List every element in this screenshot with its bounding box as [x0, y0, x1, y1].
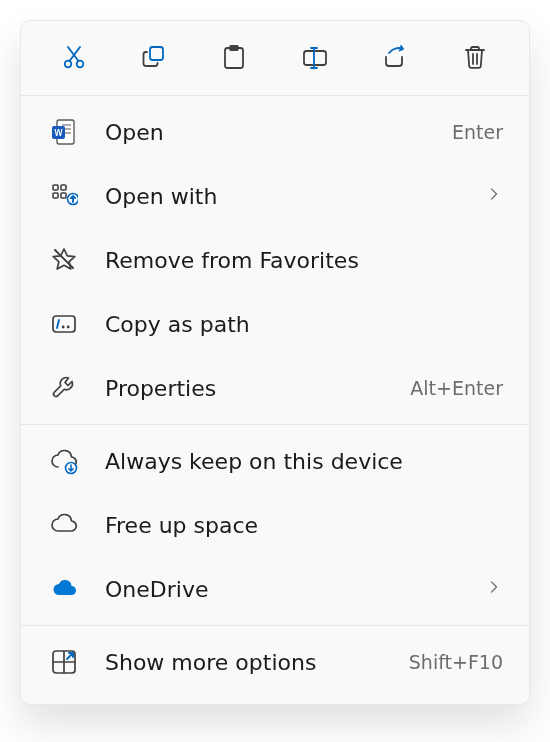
copy-path-icon — [47, 307, 81, 341]
more-options-icon — [47, 645, 81, 679]
menu-item-label: Show more options — [105, 650, 409, 675]
quick-action-toolbar — [21, 27, 529, 96]
menu-item-remove-favorite[interactable]: Remove from Favorites — [21, 228, 529, 292]
menu-item-label: Always keep on this device — [105, 449, 503, 474]
delete-button[interactable] — [451, 39, 499, 81]
cloud-icon — [47, 508, 81, 542]
menu-item-label: Remove from Favorites — [105, 248, 503, 273]
delete-icon — [461, 44, 489, 76]
share-button[interactable] — [371, 39, 419, 81]
menu-item-shortcut: Enter — [452, 121, 503, 143]
copy-button[interactable] — [131, 39, 179, 81]
share-icon — [381, 44, 409, 76]
context-menu: Open Enter Open with Remove from Favorit… — [20, 20, 530, 705]
menu-section: Open Enter Open with Remove from Favorit… — [21, 96, 529, 425]
menu-item-keep-device[interactable]: Always keep on this device — [21, 429, 529, 493]
onedrive-icon — [47, 572, 81, 606]
menu-item-label: Properties — [105, 376, 410, 401]
menu-item-label: OneDrive — [105, 577, 485, 602]
menu-item-open[interactable]: Open Enter — [21, 100, 529, 164]
menu-item-shortcut: Shift+F10 — [409, 651, 503, 673]
menu-item-shortcut: Alt+Enter — [410, 377, 503, 399]
menu-section: Show more options Shift+F10 — [21, 626, 529, 698]
menu-item-more-options[interactable]: Show more options Shift+F10 — [21, 630, 529, 694]
chevron-right-icon — [485, 578, 503, 600]
menu-item-onedrive[interactable]: OneDrive — [21, 557, 529, 621]
menu-item-label: Copy as path — [105, 312, 503, 337]
menu-item-copy-path[interactable]: Copy as path — [21, 292, 529, 356]
cloud-keep-icon — [47, 444, 81, 478]
paste-button[interactable] — [211, 39, 259, 81]
star-remove-icon — [47, 243, 81, 277]
chevron-right-icon — [485, 185, 503, 207]
cut-button[interactable] — [51, 39, 99, 81]
menu-item-label: Open — [105, 120, 452, 145]
menu-item-label: Open with — [105, 184, 485, 209]
menu-section: Always keep on this device Free up space… — [21, 425, 529, 626]
menu-item-open-with[interactable]: Open with — [21, 164, 529, 228]
rename-icon — [301, 44, 329, 76]
open-with-icon — [47, 179, 81, 213]
rename-button[interactable] — [291, 39, 339, 81]
menu-item-free-space[interactable]: Free up space — [21, 493, 529, 557]
wrench-icon — [47, 371, 81, 405]
cut-icon — [61, 44, 89, 76]
copy-icon — [141, 44, 169, 76]
menu-item-properties[interactable]: Properties Alt+Enter — [21, 356, 529, 420]
word-doc-icon — [47, 115, 81, 149]
paste-icon — [221, 44, 249, 76]
menu-item-label: Free up space — [105, 513, 503, 538]
